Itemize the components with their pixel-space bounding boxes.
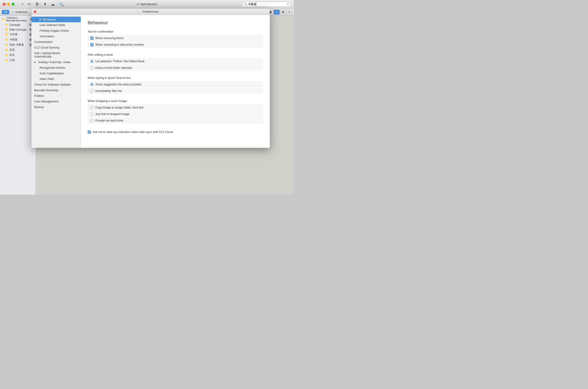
checkbox-removing[interactable] xyxy=(90,37,94,40)
pref-option-text-just-link: Just link to dropped image xyxy=(95,112,130,116)
delete-button[interactable]: 🗑 xyxy=(35,2,39,6)
pref-group-label-cover-drop: When dropping a cover image: xyxy=(88,99,263,103)
folder-icon: 📁 xyxy=(5,59,8,62)
pref-content-title: Behaviour xyxy=(88,20,263,25)
pref-option-text-canceling: When canceling in data entry screens xyxy=(95,43,144,46)
pref-nav-clz[interactable]: CLZ Cloud Syncing xyxy=(32,45,81,50)
pref-group-label-confirmation: Ask for confirmation xyxy=(88,30,263,33)
pref-option-text-filter: Immediately filter list xyxy=(95,89,122,93)
sidebar-item-songkun[interactable]: 📁 宋昆 xyxy=(0,47,36,53)
sidebar-item-dale-kaneiji[interactable]: 📁 Dale 卡耐基 1 xyxy=(0,42,36,47)
sidebar-item-carnegie[interactable]: 📁 Carnegie 1 xyxy=(0,23,36,27)
radio-just-link[interactable] xyxy=(90,113,94,116)
pref-option-just-link: Just link to dropped image xyxy=(88,111,263,117)
app-title: ⊙ MyCollection xyxy=(137,2,157,6)
pref-option-removing: When removing items xyxy=(88,35,263,41)
radio-copy-image[interactable] xyxy=(90,106,94,109)
preferences-body: ▶ ⚙ Behaviour User Defined Fields Findin… xyxy=(32,15,270,148)
title-bar: + ✏ 🗑 ⬆ ☁ 🔍 ⊙ MyCollection 🔍 ✕ xyxy=(0,0,294,8)
checkbox-canceling[interactable] xyxy=(90,43,94,46)
sidebar-items: 📁 Carnegie 1 📁 Dale Carnegie 5 📁 卡内基 3 📁… xyxy=(0,23,36,63)
view-btn-list1[interactable]: ▤ xyxy=(280,10,286,15)
pref-group-label-after-edit: After editing a book xyxy=(88,53,263,56)
pref-nav-recognized[interactable]: Recognized Articles xyxy=(32,65,81,70)
pref-nav-barcode[interactable]: Barcode Scanning xyxy=(32,87,81,93)
app-icon: ⊙ xyxy=(137,2,139,6)
checkbox-clz-sync[interactable] xyxy=(88,130,91,134)
search-button[interactable]: 🔍 xyxy=(59,2,64,7)
search-input[interactable] xyxy=(248,2,286,6)
pref-option-text-clz-sync: Ask me to view my collection online afte… xyxy=(93,130,173,134)
folder-icon: 📁 xyxy=(5,33,8,36)
view-btn-cover[interactable]: ▪▪ xyxy=(274,10,280,15)
minimize-button[interactable] xyxy=(7,3,10,6)
radio-follow[interactable] xyxy=(90,60,94,63)
pref-nav-check-updates[interactable]: Check for Software Updates xyxy=(32,82,81,87)
preferences-dialog: Preferences ▶ ⚙ Behaviour User Defined F… xyxy=(32,8,270,148)
sidebar-item-kaneiji[interactable]: 📁 卡耐基 6 xyxy=(0,37,36,42)
sidebar-item-dale-carnegie[interactable]: 📁 Dale Carnegie 5 xyxy=(0,27,36,32)
pref-nav-index[interactable]: Index Field xyxy=(32,76,81,82)
pref-option-filter: Immediately filter list xyxy=(88,88,263,94)
pref-nav-behaviour[interactable]: ▶ ⚙ Behaviour xyxy=(32,17,81,22)
pref-group-cover-drop: When dropping a cover image: Copy image … xyxy=(88,99,263,124)
pref-option-text-prompt: Prompt me each time xyxy=(95,119,123,122)
pref-nav-user-defined[interactable]: User Defined Fields xyxy=(32,22,81,28)
add-button[interactable]: + xyxy=(21,2,24,6)
sidebar-collection-header[interactable]: 📁 Collection - MyCollection.bkcp 8 xyxy=(0,16,36,23)
folder-icon: 📁 xyxy=(5,48,8,52)
upload-button[interactable]: ⬆ xyxy=(43,2,47,7)
cloud-button[interactable]: ☁ xyxy=(51,2,55,7)
pref-nav-loan[interactable]: Loan Management xyxy=(32,98,81,104)
pref-nav-backup[interactable]: Backup xyxy=(32,104,81,110)
pref-option-text-copy-image: Copy image to image folder, then link xyxy=(95,106,143,109)
search-icon: 🔍 xyxy=(244,3,247,6)
pref-group-quick-search: When typing in Quick Search box Show sug… xyxy=(88,76,263,94)
folder-icon: 📁 xyxy=(5,53,8,57)
tab-all[interactable]: All xyxy=(2,10,9,14)
search-bar[interactable]: 🔍 ✕ xyxy=(242,2,291,7)
pref-nav-finding-images[interactable]: Finding Images Online xyxy=(32,28,81,33)
pref-option-keep-folder: Keep current folder selected xyxy=(88,65,263,71)
pref-group-after-edit: After editing a book Let selection "Foll… xyxy=(88,53,263,71)
maximize-button[interactable] xyxy=(12,3,15,6)
pref-nav-folders[interactable]: Folders xyxy=(32,93,81,98)
preferences-titlebar: Preferences xyxy=(32,8,270,15)
folder-icon: 📁 xyxy=(5,43,8,46)
pref-nav-automation[interactable]: Automation xyxy=(32,33,81,39)
pref-nav-add-update[interactable]: Add / Update Books Automatically xyxy=(32,50,81,59)
pref-group-confirmation: Ask for confirmation When removing items… xyxy=(88,30,263,48)
pref-option-text-removing: When removing items xyxy=(95,36,124,40)
folder-icon: 📁 xyxy=(5,23,8,27)
clear-search-icon[interactable]: ✕ xyxy=(287,2,289,6)
edit-button[interactable]: ✏ xyxy=(28,2,31,7)
sidebar-item-limu[interactable]: 📁 李木 xyxy=(0,53,36,58)
pref-nav-sorting[interactable]: ▶ Sorting / AutoCap / Index xyxy=(32,59,81,65)
tab-collection[interactable]: ✓ Collection xyxy=(10,10,30,14)
radio-prompt[interactable] xyxy=(90,119,94,122)
sidebar-item-kanei[interactable]: 📁 卡内基 3 xyxy=(0,32,36,37)
pref-group-label-quick-search: When typing in Quick Search box xyxy=(88,76,263,79)
radio-keep-folder[interactable] xyxy=(90,66,94,69)
toolbar: + ✏ 🗑 ⬆ ☁ 🔍 xyxy=(21,2,64,7)
preferences-content: Behaviour Ask for confirmation When remo… xyxy=(81,15,270,148)
pref-option-prompt: Prompt me each time xyxy=(88,117,263,124)
pref-option-suggestion: Show suggestion list when possible xyxy=(88,81,263,87)
close-button[interactable] xyxy=(3,3,6,6)
pref-option-text-keep-folder: Keep current folder selected xyxy=(95,66,132,69)
preferences-close-button[interactable] xyxy=(34,10,36,13)
pref-option-text-suggestion: Show suggestion list when possible xyxy=(95,83,141,86)
radio-suggestion[interactable] xyxy=(90,83,94,86)
pref-option-canceling: When canceling in data entry screens xyxy=(88,41,263,48)
preferences-title: Preferences xyxy=(143,10,158,13)
radio-filter[interactable] xyxy=(90,89,94,93)
view-btn-list2[interactable]: ≡ xyxy=(286,10,292,15)
preferences-sidebar: ▶ ⚙ Behaviour User Defined Fields Findin… xyxy=(32,15,81,148)
pref-option-copy-image: Copy image to image folder, then link xyxy=(88,104,263,110)
pref-nav-customization[interactable]: Customization xyxy=(32,39,81,45)
pref-nav-autocap[interactable]: Auto Capitalization xyxy=(32,70,81,76)
sidebar-item-jiangnan[interactable]: 📁 江南 xyxy=(0,58,36,63)
triangle-icon: ▶ xyxy=(36,18,38,21)
view-toggle: ▦ ▪▪ ▤ ≡ xyxy=(268,10,292,15)
folder-icon: 📁 xyxy=(5,38,8,41)
